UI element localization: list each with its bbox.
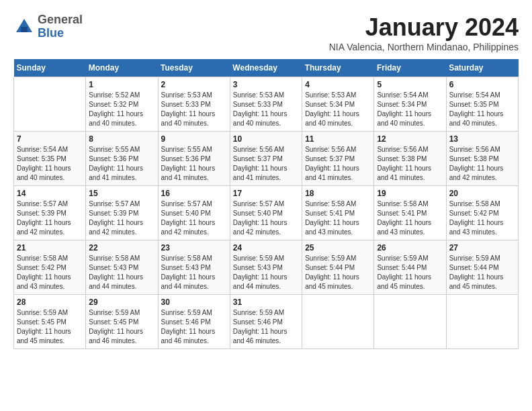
day-number: 21 bbox=[17, 243, 83, 253]
header: General Blue January 2024 NIA Valencia, … bbox=[13, 13, 519, 52]
day-info: Sunrise: 5:55 AMSunset: 5:36 PMDaylight:… bbox=[89, 145, 154, 183]
day-number: 6 bbox=[449, 80, 515, 89]
column-header-thursday: Thursday bbox=[302, 59, 374, 77]
calendar-cell: 29Sunrise: 5:59 AMSunset: 5:45 PMDayligh… bbox=[86, 295, 158, 349]
calendar-cell: 8Sunrise: 5:55 AMSunset: 5:36 PMDaylight… bbox=[86, 132, 158, 186]
day-info: Sunrise: 5:57 AMSunset: 5:40 PMDaylight:… bbox=[233, 199, 299, 237]
calendar-cell: 13Sunrise: 5:56 AMSunset: 5:38 PMDayligh… bbox=[446, 132, 518, 186]
logo-icon bbox=[13, 16, 35, 38]
calendar-cell bbox=[302, 295, 374, 349]
calendar-cell: 6Sunrise: 5:54 AMSunset: 5:35 PMDaylight… bbox=[446, 77, 518, 132]
day-info: Sunrise: 5:53 AMSunset: 5:34 PMDaylight:… bbox=[305, 91, 371, 128]
calendar-cell: 9Sunrise: 5:55 AMSunset: 5:36 PMDaylight… bbox=[158, 132, 230, 186]
day-info: Sunrise: 5:58 AMSunset: 5:42 PMDaylight:… bbox=[449, 199, 515, 237]
calendar-cell: 7Sunrise: 5:54 AMSunset: 5:35 PMDaylight… bbox=[14, 132, 86, 186]
day-number: 20 bbox=[449, 189, 515, 198]
calendar-cell: 2Sunrise: 5:53 AMSunset: 5:33 PMDaylight… bbox=[158, 77, 230, 132]
day-info: Sunrise: 5:57 AMSunset: 5:39 PMDaylight:… bbox=[89, 199, 154, 237]
day-number: 18 bbox=[305, 189, 371, 198]
day-number: 2 bbox=[161, 80, 227, 89]
day-number: 24 bbox=[233, 243, 299, 253]
day-number: 7 bbox=[17, 134, 83, 144]
logo: General Blue bbox=[13, 13, 83, 40]
column-header-monday: Monday bbox=[86, 59, 158, 77]
calendar-cell: 15Sunrise: 5:57 AMSunset: 5:39 PMDayligh… bbox=[86, 186, 158, 240]
calendar-cell: 22Sunrise: 5:58 AMSunset: 5:43 PMDayligh… bbox=[86, 240, 158, 295]
day-info: Sunrise: 5:56 AMSunset: 5:38 PMDaylight:… bbox=[449, 145, 515, 183]
day-info: Sunrise: 5:58 AMSunset: 5:42 PMDaylight:… bbox=[17, 254, 83, 291]
day-info: Sunrise: 5:53 AMSunset: 5:33 PMDaylight:… bbox=[233, 91, 299, 128]
day-info: Sunrise: 5:58 AMSunset: 5:41 PMDaylight:… bbox=[305, 199, 371, 237]
day-number: 13 bbox=[449, 134, 515, 144]
day-number: 14 bbox=[17, 189, 83, 198]
week-row-2: 14Sunrise: 5:57 AMSunset: 5:39 PMDayligh… bbox=[14, 186, 519, 240]
day-info: Sunrise: 5:53 AMSunset: 5:33 PMDaylight:… bbox=[161, 91, 227, 128]
calendar-cell: 24Sunrise: 5:59 AMSunset: 5:43 PMDayligh… bbox=[230, 240, 302, 295]
day-number: 31 bbox=[233, 298, 299, 307]
month-title: January 2024 bbox=[329, 13, 519, 42]
calendar-cell: 16Sunrise: 5:57 AMSunset: 5:40 PMDayligh… bbox=[158, 186, 230, 240]
calendar-cell: 11Sunrise: 5:56 AMSunset: 5:37 PMDayligh… bbox=[302, 132, 374, 186]
week-row-4: 28Sunrise: 5:59 AMSunset: 5:45 PMDayligh… bbox=[14, 295, 519, 349]
calendar-cell: 12Sunrise: 5:56 AMSunset: 5:38 PMDayligh… bbox=[374, 132, 446, 186]
day-number: 23 bbox=[161, 243, 227, 253]
day-number: 15 bbox=[89, 189, 154, 198]
column-header-saturday: Saturday bbox=[446, 59, 518, 77]
day-number: 9 bbox=[161, 134, 227, 144]
day-info: Sunrise: 5:59 AMSunset: 5:44 PMDaylight:… bbox=[449, 254, 515, 291]
logo-text: General Blue bbox=[38, 13, 83, 40]
title-section: January 2024 NIA Valencia, Northern Mind… bbox=[329, 13, 519, 52]
day-info: Sunrise: 5:59 AMSunset: 5:43 PMDaylight:… bbox=[233, 254, 299, 291]
day-info: Sunrise: 5:52 AMSunset: 5:32 PMDaylight:… bbox=[89, 91, 154, 128]
week-row-0: 1Sunrise: 5:52 AMSunset: 5:32 PMDaylight… bbox=[14, 77, 519, 132]
day-number: 10 bbox=[233, 134, 299, 144]
logo-general: General bbox=[38, 13, 83, 26]
day-number: 1 bbox=[89, 80, 154, 89]
calendar-cell: 1Sunrise: 5:52 AMSunset: 5:32 PMDaylight… bbox=[86, 77, 158, 132]
column-header-friday: Friday bbox=[374, 59, 446, 77]
day-number: 22 bbox=[89, 243, 154, 253]
calendar-cell: 28Sunrise: 5:59 AMSunset: 5:45 PMDayligh… bbox=[14, 295, 86, 349]
day-info: Sunrise: 5:58 AMSunset: 5:43 PMDaylight:… bbox=[161, 254, 227, 291]
calendar-cell: 30Sunrise: 5:59 AMSunset: 5:46 PMDayligh… bbox=[158, 295, 230, 349]
day-info: Sunrise: 5:58 AMSunset: 5:43 PMDaylight:… bbox=[89, 254, 154, 291]
day-number: 17 bbox=[233, 189, 299, 198]
day-info: Sunrise: 5:54 AMSunset: 5:35 PMDaylight:… bbox=[17, 145, 83, 183]
calendar-cell: 5Sunrise: 5:54 AMSunset: 5:34 PMDaylight… bbox=[374, 77, 446, 132]
day-info: Sunrise: 5:54 AMSunset: 5:35 PMDaylight:… bbox=[449, 91, 515, 128]
day-info: Sunrise: 5:54 AMSunset: 5:34 PMDaylight:… bbox=[377, 91, 443, 128]
day-number: 30 bbox=[161, 298, 227, 307]
calendar-cell: 27Sunrise: 5:59 AMSunset: 5:44 PMDayligh… bbox=[446, 240, 518, 295]
calendar-cell: 31Sunrise: 5:59 AMSunset: 5:46 PMDayligh… bbox=[230, 295, 302, 349]
calendar-cell: 4Sunrise: 5:53 AMSunset: 5:34 PMDaylight… bbox=[302, 77, 374, 132]
day-number: 25 bbox=[305, 243, 371, 253]
calendar-cell: 17Sunrise: 5:57 AMSunset: 5:40 PMDayligh… bbox=[230, 186, 302, 240]
calendar-cell bbox=[446, 295, 518, 349]
day-number: 26 bbox=[377, 243, 443, 253]
day-info: Sunrise: 5:56 AMSunset: 5:37 PMDaylight:… bbox=[305, 145, 371, 183]
logo-blue: Blue bbox=[38, 26, 64, 40]
day-info: Sunrise: 5:59 AMSunset: 5:44 PMDaylight:… bbox=[377, 254, 443, 291]
day-info: Sunrise: 5:56 AMSunset: 5:37 PMDaylight:… bbox=[233, 145, 299, 183]
calendar-cell bbox=[374, 295, 446, 349]
day-info: Sunrise: 5:58 AMSunset: 5:41 PMDaylight:… bbox=[377, 199, 443, 237]
calendar-cell: 18Sunrise: 5:58 AMSunset: 5:41 PMDayligh… bbox=[302, 186, 374, 240]
column-header-wednesday: Wednesday bbox=[230, 59, 302, 77]
calendar-cell: 10Sunrise: 5:56 AMSunset: 5:37 PMDayligh… bbox=[230, 132, 302, 186]
day-number: 4 bbox=[305, 80, 371, 89]
day-number: 12 bbox=[377, 134, 443, 144]
week-row-3: 21Sunrise: 5:58 AMSunset: 5:42 PMDayligh… bbox=[14, 240, 519, 295]
day-info: Sunrise: 5:56 AMSunset: 5:38 PMDaylight:… bbox=[377, 145, 443, 183]
day-number: 8 bbox=[89, 134, 154, 144]
day-number: 11 bbox=[305, 134, 371, 144]
calendar-table: SundayMondayTuesdayWednesdayThursdayFrid… bbox=[13, 59, 519, 349]
calendar-cell: 3Sunrise: 5:53 AMSunset: 5:33 PMDaylight… bbox=[230, 77, 302, 132]
subtitle: NIA Valencia, Northern Mindanao, Philipp… bbox=[329, 42, 519, 52]
day-number: 27 bbox=[449, 243, 515, 253]
day-number: 5 bbox=[377, 80, 443, 89]
day-number: 19 bbox=[377, 189, 443, 198]
day-info: Sunrise: 5:57 AMSunset: 5:40 PMDaylight:… bbox=[161, 199, 227, 237]
day-number: 3 bbox=[233, 80, 299, 89]
calendar-header-row: SundayMondayTuesdayWednesdayThursdayFrid… bbox=[14, 59, 519, 77]
calendar-cell: 26Sunrise: 5:59 AMSunset: 5:44 PMDayligh… bbox=[374, 240, 446, 295]
